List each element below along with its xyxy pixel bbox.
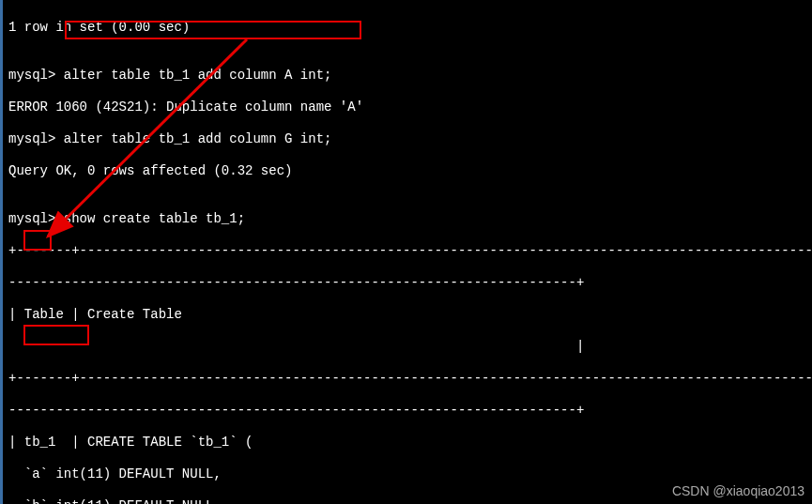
output-line: 1 row in set (0.00 sec) xyxy=(8,20,806,36)
terminal-output: 1 row in set (0.00 sec) mysql> alter tab… xyxy=(3,0,812,504)
prompt-line: mysql> show create table tb_1; xyxy=(8,211,806,227)
table-row: `a` int(11) DEFAULT NULL, xyxy=(8,466,806,482)
output-line: Query OK, 0 rows affected (0.32 sec) xyxy=(8,163,806,179)
table-header: | xyxy=(8,339,806,355)
table-border: +-------+-------------------------------… xyxy=(8,371,806,387)
table-row: | tb_1 | CREATE TABLE `tb_1` ( xyxy=(8,435,806,451)
table-border: ----------------------------------------… xyxy=(8,403,806,419)
prompt-line: mysql> alter table tb_1 add column A int… xyxy=(8,68,806,84)
table-header: | Table | Create Table xyxy=(8,307,806,323)
table-border: ----------------------------------------… xyxy=(8,275,806,291)
watermark-text: CSDN @xiaoqiao2013 xyxy=(672,483,804,498)
table-border: +-------+-------------------------------… xyxy=(8,243,806,259)
table-row: `b` int(11) DEFAULT NULL, xyxy=(8,498,806,504)
error-line: ERROR 1060 (42S21): Duplicate column nam… xyxy=(8,99,806,115)
prompt-line: mysql> alter table tb_1 add column G int… xyxy=(8,131,806,147)
